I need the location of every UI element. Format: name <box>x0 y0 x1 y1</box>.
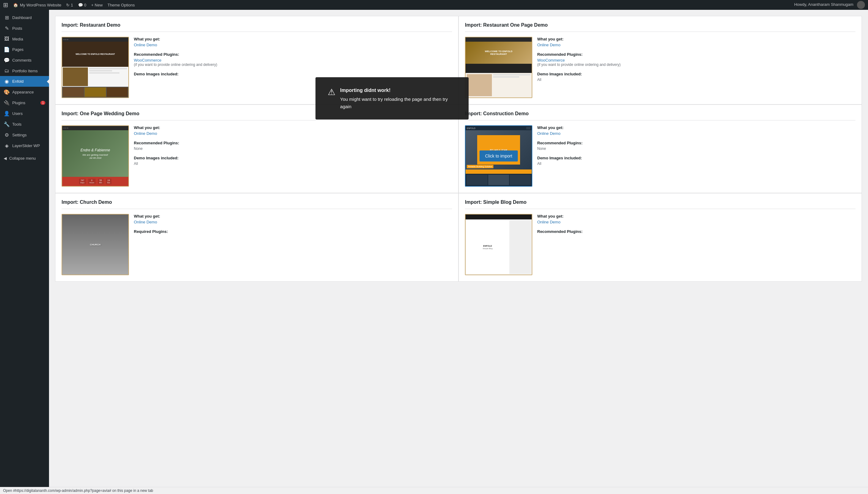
appearance-icon: 🎨 <box>4 89 10 95</box>
demo-thumbnail-wedding[interactable]: Endre & Fabienne We are getting married!… <box>62 125 129 187</box>
alert-title: Importing didnt work! <box>340 87 456 94</box>
online-demo-link-restaurant[interactable]: Online Demo <box>134 43 157 47</box>
status-bar: Open #https://digitalananth.com/wp-admin… <box>0 487 868 494</box>
dot1 <box>63 39 65 40</box>
wedding-hero: Endre & Fabienne We are getting married!… <box>62 130 128 177</box>
sidebar: ⊞ Dashboard ✎ Posts 🖼 Media 📄 Pages 💬 Co… <box>0 10 49 494</box>
blog-sidebar <box>510 220 531 274</box>
rop-text <box>493 74 531 96</box>
users-icon: 👤 <box>4 111 10 116</box>
demo-card-title-restaurant: Import: Restaurant Demo <box>62 22 452 32</box>
home-icon: 🏠 <box>13 3 18 7</box>
dashboard-icon: ⊞ <box>4 15 10 21</box>
rop-topbar <box>466 37 532 42</box>
dot2 <box>65 39 66 40</box>
layerslider-icon: ◈ <box>4 143 10 149</box>
wedding-stats: 747Days 0Hours 55Min 19Sec <box>62 177 128 186</box>
plugins-badge: 1 <box>40 101 45 105</box>
wp-logo-button[interactable]: ⊞ <box>3 1 8 8</box>
sidebar-item-portfolio-items[interactable]: 🗂 Portfolio Items <box>0 65 49 76</box>
thumb-food-img-3 <box>106 87 128 97</box>
online-demo-link-rop[interactable]: Online Demo <box>537 43 560 47</box>
demo-info-blog: What you get: Online Demo Recommended Pl… <box>537 214 855 275</box>
wp-logo-icon: ⊞ <box>3 1 8 8</box>
click-to-import-button[interactable]: Click to import <box>480 150 518 162</box>
user-greeting: Howdy, Anantharam Shanmugam <box>794 1 865 9</box>
rop-hero-text: WELCOME TO ENFOLDRESTAURANT <box>485 50 512 55</box>
demo-info-wedding: What you get: Online Demo Recommended Pl… <box>134 125 452 187</box>
thumb-hero-text-restaurant: WELCOME TO ENFOLD RESTAURANT <box>75 52 116 56</box>
sidebar-item-appearance[interactable]: 🎨 Appearance <box>0 87 49 97</box>
sidebar-item-layerslider[interactable]: ◈ LayerSlider WP <box>0 140 49 151</box>
blog-topbar <box>466 214 532 220</box>
wedding-couple-text: Endre & Fabienne We are getting married!… <box>81 148 110 159</box>
online-demo-link-blog[interactable]: Online Demo <box>537 220 560 224</box>
online-demo-link-construction[interactable]: Online Demo <box>537 131 560 136</box>
sidebar-item-pages[interactable]: 📄 Pages <box>0 44 49 55</box>
portfolio-icon: 🗂 <box>4 68 10 74</box>
demo-card-title-construction: Import: Construction Demo <box>465 111 855 120</box>
site-name[interactable]: 🏠 My WordPress Website <box>13 3 61 7</box>
sidebar-item-comments[interactable]: 💬 Comments <box>0 55 49 65</box>
thumb-text-area <box>88 68 128 86</box>
new-content-button[interactable]: + New <box>91 3 103 7</box>
main-content: Import: Restaurant Demo WELCOME TO ENFOL… <box>49 10 868 494</box>
tools-icon: 🔧 <box>4 121 10 127</box>
sidebar-item-posts[interactable]: ✎ Posts <box>0 23 49 34</box>
comments-icon: 💬 <box>78 3 83 7</box>
demo-info-rop: What you get: Online Demo Recommended Pl… <box>537 37 855 98</box>
blog-main: ENFOLD Simple Blog <box>466 220 509 274</box>
thumb-food-img-2 <box>84 87 106 97</box>
alert-warning-icon: ⚠ <box>328 87 335 97</box>
demo-thumbnail-church[interactable]: CHURCH <box>62 214 129 275</box>
demo-card-title-church: Import: Church Demo <box>62 200 452 209</box>
comments-button[interactable]: 💬 0 <box>78 3 86 7</box>
construction-topbar: ENFOLD <box>466 126 532 130</box>
demo-card-title-blog: Import: Simple Blog Demo <box>465 200 855 209</box>
admin-bar: ⊞ 🏠 My WordPress Website ↻ 1 💬 0 + New T… <box>0 0 868 10</box>
rop-img1 <box>467 74 492 96</box>
alert-text: Importing didnt work! You might want to … <box>340 87 456 110</box>
demo-card-restaurant-one-page: Import: Restaurant One Page Demo WELCOME… <box>458 16 862 104</box>
demo-card-simple-blog: Import: Simple Blog Demo ENFOLD Simple B… <box>458 193 862 282</box>
comments-icon: 💬 <box>4 57 10 63</box>
woocommerce-link-rop[interactable]: WooCommerce <box>537 58 565 62</box>
plugins-icon: 🔌 <box>4 100 10 106</box>
collapse-menu-button[interactable]: ◀ Collapse menu <box>0 154 49 163</box>
updates-icon: ↻ <box>66 3 70 7</box>
sidebar-item-users[interactable]: 👤 Users <box>0 108 49 119</box>
sidebar-item-plugins[interactable]: 🔌 Plugins 1 <box>0 97 49 108</box>
enfold-icon: ◉ <box>4 78 10 84</box>
woocommerce-link-restaurant[interactable]: WooCommerce <box>134 58 161 62</box>
sidebar-item-settings[interactable]: ⚙ Settings <box>0 130 49 140</box>
demo-thumbnail-restaurant[interactable]: WELCOME TO ENFOLD RESTAURANT <box>62 37 129 98</box>
sidebar-item-media[interactable]: 🖼 Media <box>0 34 49 44</box>
thumb-food-1 <box>63 68 88 86</box>
updates-button[interactable]: ↻ 1 <box>66 3 73 7</box>
demo-info-construction: What you get: Online Demo Recommended Pl… <box>537 125 855 187</box>
demo-info-church: What you get: Online Demo Required Plugi… <box>134 214 452 275</box>
wedding-topbar <box>62 126 128 130</box>
collapse-icon: ◀ <box>4 156 7 160</box>
settings-icon: ⚙ <box>4 132 10 138</box>
demo-grid: Import: Restaurant Demo WELCOME TO ENFOL… <box>55 16 862 282</box>
rop-bottom <box>466 64 532 73</box>
pages-icon: 📄 <box>4 46 10 52</box>
alert-overlay: ⚠ Importing didnt work! You might want t… <box>315 77 469 119</box>
posts-icon: ✎ <box>4 25 10 31</box>
demo-card-title-rop: Import: Restaurant One Page Demo <box>465 22 855 32</box>
blog-content: ENFOLD Simple Blog <box>466 220 532 274</box>
status-text: Open #https://digitalananth.com/wp-admin… <box>3 489 153 493</box>
sidebar-item-enfold[interactable]: ◉ Enfold <box>0 76 49 87</box>
sidebar-item-dashboard[interactable]: ⊞ Dashboard <box>0 12 49 23</box>
online-demo-link-church[interactable]: Online Demo <box>134 220 157 224</box>
media-icon: 🖼 <box>4 36 10 42</box>
demo-thumbnail-construction[interactable]: ENFOLD RELIABLE TEAM Reliable Building S… <box>465 125 532 187</box>
demo-thumbnail-blog[interactable]: ENFOLD Simple Blog <box>465 214 532 275</box>
sidebar-item-tools[interactable]: 🔧 Tools <box>0 119 49 130</box>
online-demo-link-wedding[interactable]: Online Demo <box>134 131 157 136</box>
rop-hero: WELCOME TO ENFOLDRESTAURANT <box>466 42 532 64</box>
church-thumb-bg: CHURCH <box>62 214 128 274</box>
theme-options-button[interactable]: Theme Options <box>107 3 135 7</box>
demo-thumbnail-rop[interactable]: WELCOME TO ENFOLDRESTAURANT <box>465 37 532 98</box>
